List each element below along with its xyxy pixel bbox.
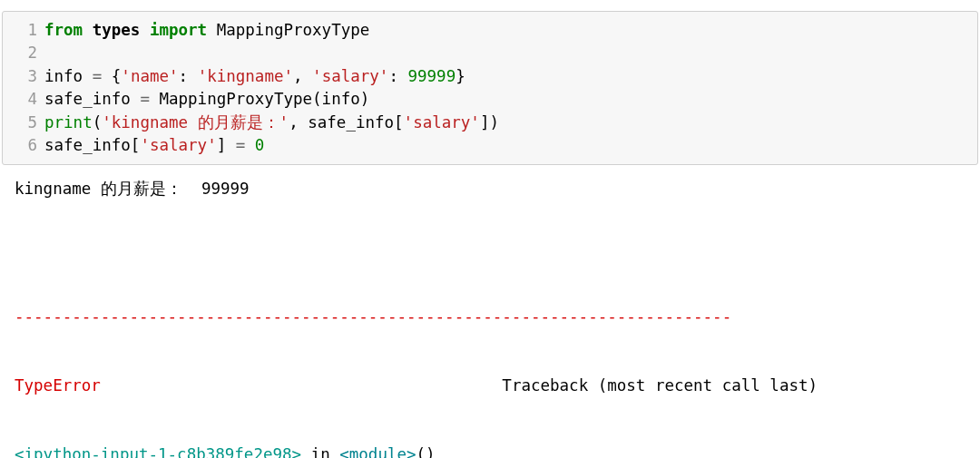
line-number: 3 xyxy=(3,65,44,88)
traceback-func: <module> xyxy=(339,445,416,458)
traceback-spacer xyxy=(101,376,503,395)
code-content[interactable]: safe_info['salary'] = 0 xyxy=(44,134,264,157)
code-line[interactable]: 2 xyxy=(3,42,977,64)
traceback-header: TypeError Traceback (most recent call la… xyxy=(15,375,975,397)
code-content[interactable]: info = {'name': 'kingname', 'salary': 99… xyxy=(44,65,466,88)
code-content[interactable]: safe_info = MappingProxyType(info) xyxy=(44,88,369,111)
traceback-file: <ipython-input-1-c8b389fe2e98> xyxy=(15,445,301,458)
notebook-cell: 1from types import MappingProxyType23inf… xyxy=(0,0,980,458)
code-content[interactable]: from types import MappingProxyType xyxy=(44,19,369,42)
stdout-output: kingname 的月薪是： 99999 xyxy=(2,165,978,200)
code-line[interactable]: 1from types import MappingProxyType xyxy=(3,19,977,42)
code-line[interactable]: 5print('kingname 的月薪是：', safe_info['sala… xyxy=(3,112,977,134)
code-input-block[interactable]: 1from types import MappingProxyType23inf… xyxy=(2,11,978,165)
line-number: 5 xyxy=(3,112,44,134)
traceback-in: in xyxy=(301,445,339,458)
line-number: 2 xyxy=(3,42,44,64)
traceback-output: ----------------------------------------… xyxy=(2,201,978,458)
error-type: TypeError xyxy=(15,376,101,395)
traceback-label: Traceback (most recent call last) xyxy=(502,376,818,395)
code-line[interactable]: 4safe_info = MappingProxyType(info) xyxy=(3,88,977,111)
code-content[interactable]: print('kingname 的月薪是：', safe_info['salar… xyxy=(44,112,499,134)
code-line[interactable]: 6safe_info['salary'] = 0 xyxy=(3,134,977,157)
traceback-separator: ----------------------------------------… xyxy=(15,306,975,328)
line-number: 1 xyxy=(3,19,44,42)
line-number: 6 xyxy=(3,134,44,157)
line-number: 4 xyxy=(3,88,44,111)
traceback-frame: <ipython-input-1-c8b389fe2e98> in <modul… xyxy=(15,443,975,458)
traceback-paren: () xyxy=(416,445,436,458)
code-line[interactable]: 3info = {'name': 'kingname', 'salary': 9… xyxy=(3,65,977,88)
